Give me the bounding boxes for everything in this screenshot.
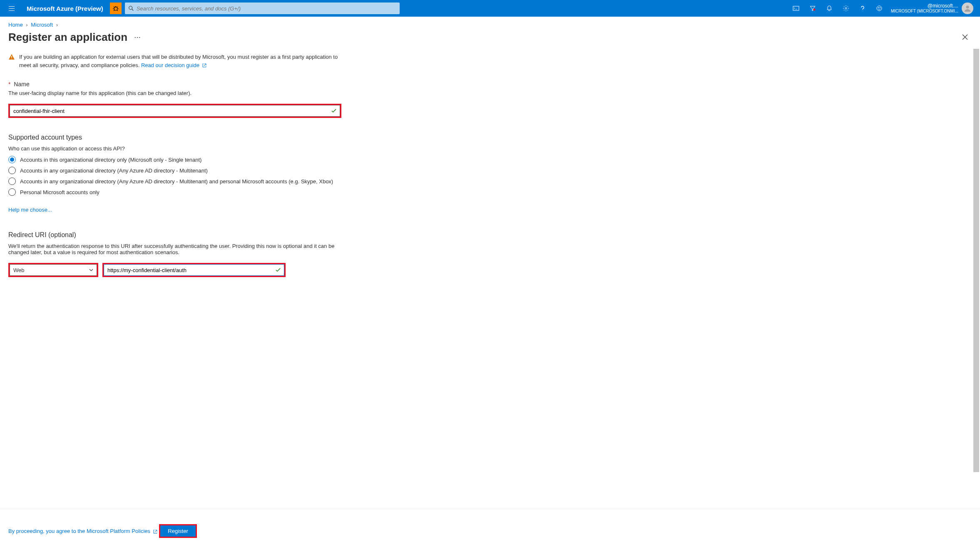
platform-policies-link[interactable]: By proceeding, you agree to the Microsof… bbox=[8, 528, 159, 534]
redirect-uri-input[interactable] bbox=[104, 264, 284, 276]
account-types-heading: Supported account types bbox=[8, 134, 341, 141]
help-icon bbox=[859, 5, 866, 12]
checkmark-icon bbox=[275, 267, 281, 273]
radio-label: Accounts in any organizational directory… bbox=[20, 178, 333, 185]
radio-label: Accounts in this organizational director… bbox=[20, 157, 201, 163]
hamburger-menu-button[interactable] bbox=[3, 0, 20, 17]
account-types-radio-group: Accounts in this organizational director… bbox=[8, 156, 341, 196]
help-me-choose-link[interactable]: Help me choose... bbox=[8, 207, 52, 213]
name-input-highlight bbox=[8, 104, 341, 118]
external-link-icon bbox=[202, 63, 207, 68]
close-icon bbox=[962, 34, 968, 40]
content-scroll-area: If you are building an application for e… bbox=[0, 49, 980, 509]
settings-button[interactable] bbox=[838, 0, 854, 17]
cloud-shell-icon bbox=[793, 5, 799, 12]
redirect-row: Web bbox=[8, 263, 341, 277]
platform-select-highlight: Web bbox=[8, 263, 98, 277]
breadcrumb-sep: › bbox=[56, 22, 58, 28]
help-button[interactable] bbox=[854, 0, 871, 17]
account-types-desc: Who can use this application or access t… bbox=[8, 145, 341, 152]
radio-single-tenant[interactable]: Accounts in this organizational director… bbox=[8, 156, 341, 163]
radio-label: Personal Microsoft accounts only bbox=[20, 189, 99, 195]
scrollbar-thumb[interactable] bbox=[973, 49, 979, 472]
warning-icon bbox=[8, 54, 15, 60]
gear-icon bbox=[843, 5, 849, 12]
breadcrumb-home[interactable]: Home bbox=[8, 22, 23, 28]
person-icon bbox=[963, 4, 972, 12]
radio-multitenant[interactable]: Accounts in any organizational directory… bbox=[8, 167, 341, 174]
svg-point-7 bbox=[880, 8, 881, 8]
bug-icon bbox=[112, 5, 119, 12]
platform-select[interactable]: Web bbox=[10, 264, 97, 276]
filter-icon bbox=[809, 5, 816, 12]
svg-point-3 bbox=[813, 9, 815, 11]
avatar bbox=[962, 2, 973, 14]
directory-filter-button[interactable] bbox=[804, 0, 821, 17]
brand-title[interactable]: Microsoft Azure (Preview) bbox=[20, 5, 110, 12]
register-button[interactable]: Register bbox=[160, 525, 195, 537]
radio-indicator bbox=[8, 167, 16, 174]
radio-indicator bbox=[8, 178, 16, 185]
account-email: @microsoft.... bbox=[891, 3, 958, 9]
hamburger-icon bbox=[8, 5, 15, 12]
svg-point-1 bbox=[129, 6, 132, 10]
svg-point-0 bbox=[114, 7, 117, 10]
svg-point-6 bbox=[878, 8, 879, 8]
external-link-icon bbox=[153, 529, 158, 534]
radio-indicator bbox=[8, 188, 16, 196]
breadcrumb-sep: › bbox=[26, 22, 27, 28]
redirect-heading: Redirect URI (optional) bbox=[8, 231, 341, 239]
cloud-shell-button[interactable] bbox=[788, 0, 804, 17]
app-name-input[interactable] bbox=[10, 105, 340, 117]
name-label: * Name bbox=[8, 81, 341, 88]
svg-point-5 bbox=[877, 6, 882, 11]
smiley-icon bbox=[876, 5, 883, 12]
page-title: Register an application bbox=[8, 31, 127, 44]
search-input[interactable] bbox=[137, 5, 396, 12]
chevron-down-icon bbox=[89, 268, 94, 272]
svg-point-8 bbox=[966, 6, 969, 9]
scrollbar-track[interactable] bbox=[973, 49, 979, 509]
register-button-highlight: Register bbox=[159, 524, 196, 538]
checkmark-icon bbox=[331, 108, 337, 114]
notifications-button[interactable] bbox=[821, 0, 838, 17]
radio-personal-only[interactable]: Personal Microsoft accounts only bbox=[8, 188, 341, 196]
header-icons: @microsoft.... MICROSOFT (MICROSOFT.ONMI… bbox=[788, 0, 977, 17]
search-icon bbox=[128, 5, 134, 11]
required-indicator: * bbox=[8, 81, 10, 88]
content: If you are building an application for e… bbox=[0, 49, 350, 285]
redirect-desc: We'll return the authentication response… bbox=[8, 243, 341, 255]
radio-label: Accounts in any organizational directory… bbox=[20, 168, 208, 174]
warning-text: If you are building an application for e… bbox=[19, 53, 341, 69]
radio-multitenant-personal[interactable]: Accounts in any organizational directory… bbox=[8, 178, 341, 185]
name-desc: The user-facing display name for this ap… bbox=[8, 90, 341, 96]
redirect-uri-highlight bbox=[102, 263, 286, 277]
page-title-row: Register an application ⋯ bbox=[0, 30, 980, 49]
warning-banner: If you are building an application for e… bbox=[8, 53, 341, 69]
top-header: Microsoft Azure (Preview) @microsoft.... bbox=[0, 0, 980, 17]
svg-point-4 bbox=[845, 8, 847, 9]
footer: By proceeding, you agree to the Microsof… bbox=[0, 509, 980, 545]
more-actions-button[interactable]: ⋯ bbox=[134, 33, 142, 41]
platform-value: Web bbox=[13, 267, 25, 273]
account-text: @microsoft.... MICROSOFT (MICROSOFT.ONMI… bbox=[891, 3, 958, 14]
feedback-button[interactable] bbox=[871, 0, 888, 17]
bell-icon bbox=[826, 5, 833, 12]
radio-indicator bbox=[8, 156, 16, 163]
svg-rect-2 bbox=[793, 6, 799, 10]
breadcrumb: Home › Microsoft › bbox=[0, 17, 980, 30]
breadcrumb-microsoft[interactable]: Microsoft bbox=[31, 22, 53, 28]
account-tenant: MICROSOFT (MICROSOFT.ONMI... bbox=[891, 9, 958, 14]
report-bug-button[interactable] bbox=[110, 2, 122, 14]
account-block[interactable]: @microsoft.... MICROSOFT (MICROSOFT.ONMI… bbox=[888, 2, 977, 14]
search-bar[interactable] bbox=[125, 2, 400, 14]
decision-guide-link[interactable]: Read our decision guide bbox=[141, 62, 207, 68]
close-button[interactable] bbox=[958, 30, 972, 44]
